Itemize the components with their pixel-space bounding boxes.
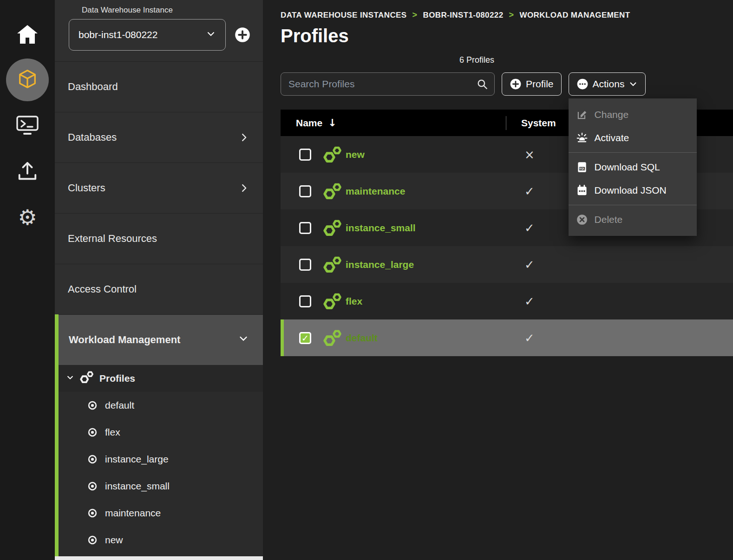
home-icon (16, 24, 39, 46)
sidebar-item-workload-management[interactable]: Workload Management (59, 314, 263, 365)
actions-button[interactable]: Actions (569, 72, 646, 96)
name-cell: flex (284, 293, 506, 310)
search-profiles-input[interactable] (281, 72, 495, 96)
upload-icon (17, 161, 38, 183)
instance-label: Data Warehouse Instance (82, 6, 251, 15)
toolbar: Profile Actions Change Activate (281, 72, 733, 96)
menu-item-download-sql[interactable]: SQL Download SQL (569, 156, 697, 179)
row-checkbox[interactable]: ✓ (299, 332, 311, 344)
sidebar-item-clusters[interactable]: Clusters (55, 163, 263, 213)
menu-divider (569, 152, 697, 153)
sidebar-item-label: Access Control (68, 283, 137, 295)
actions-label: Actions (593, 78, 625, 90)
home-button[interactable] (14, 23, 40, 47)
name-cell: instance_small (284, 220, 506, 236)
menu-item-download-json[interactable]: Download JSON (569, 179, 697, 202)
column-header-system[interactable]: System (506, 117, 556, 129)
row-checkbox[interactable] (299, 259, 311, 271)
table-row-flex[interactable]: flex ✓ (281, 283, 733, 319)
chevron-down-icon (238, 333, 249, 347)
sidebar-profiles-header[interactable]: Profiles (59, 365, 263, 392)
terminal-icon (16, 115, 39, 138)
menu-item-delete[interactable]: Delete (569, 208, 697, 231)
breadcrumb-separator: > (509, 10, 514, 20)
sidebar-profile-label: instance_large (105, 454, 169, 465)
name-cell: maintenance (284, 183, 506, 200)
breadcrumb-item[interactable]: BOBR-INST1-080222 (423, 11, 503, 20)
terminal-button[interactable] (14, 114, 40, 138)
settings-button[interactable]: ⚙ (14, 205, 40, 229)
instance-block: Data Warehouse Instance bobr-inst1-08022… (55, 0, 263, 61)
row-checkbox[interactable] (299, 295, 311, 307)
instance-value: bobr-inst1-080222 (79, 29, 157, 40)
sidebar-item-label: Dashboard (68, 81, 118, 93)
add-instance-button[interactable] (234, 26, 251, 43)
row-checkbox[interactable] (299, 222, 311, 234)
svg-text:SQL: SQL (579, 167, 585, 170)
chevron-down-icon (628, 79, 638, 89)
sidebar-item-label: Databases (68, 131, 117, 143)
actions-menu: Change Activate SQL Download SQL Downloa… (569, 98, 697, 236)
profile-hex-icon (323, 146, 342, 163)
activate-icon (576, 132, 588, 144)
sidebar-bottom-edge (55, 556, 263, 560)
instance-nav-button[interactable] (6, 59, 49, 101)
sidebar-profile-new[interactable]: new (59, 527, 263, 553)
profile-name: flex (346, 296, 362, 307)
profile-hex-icon (323, 330, 342, 346)
sidebar-profile-maintenance[interactable]: maintenance (59, 500, 263, 527)
menu-item-change[interactable]: Change (569, 103, 697, 126)
search-icon[interactable] (476, 78, 488, 92)
profile-hex-icon (323, 256, 342, 273)
delete-icon (576, 214, 588, 226)
system-cell: ✓ (506, 294, 535, 308)
system-cell: ✓ (506, 331, 535, 345)
profile-hex-icon (323, 293, 342, 310)
column-header-name[interactable]: Name ↓ (281, 117, 506, 129)
sql-file-icon: SQL (576, 161, 588, 173)
instance-select[interactable]: bobr-inst1-080222 (69, 19, 226, 51)
menu-item-label: Download JSON (595, 185, 667, 196)
sidebar-item-databases[interactable]: Databases (55, 112, 263, 163)
sidebar-profile-flex[interactable]: flex (59, 419, 263, 446)
profiles-header-label: Profiles (99, 373, 135, 384)
sidebar-profile-label: instance_small (105, 481, 170, 492)
breadcrumb-item[interactable]: DATA WAREHOUSE INSTANCES (281, 11, 407, 20)
row-checkbox[interactable] (299, 185, 311, 197)
add-profile-button[interactable]: Profile (502, 72, 562, 96)
profile-hex-icon (323, 183, 342, 200)
sidebar-profile-instance-large[interactable]: instance_large (59, 446, 263, 473)
table-row-instance-large[interactable]: instance_large ✓ (281, 246, 733, 283)
sidebar-profile-default[interactable]: default (59, 392, 263, 419)
main-content: DATA WAREHOUSE INSTANCES>BOBR-INST1-0802… (263, 0, 733, 560)
profile-hex-icon (323, 220, 342, 236)
ellipsis-circle-icon (576, 78, 589, 90)
profiles-count: 6 Profiles (281, 55, 673, 65)
profiles-tree: default flex instance_large instance_sma… (59, 392, 263, 553)
system-cell: × (506, 148, 535, 162)
sidebar-profile-label: maintenance (105, 508, 161, 519)
profile-name: maintenance (346, 186, 405, 197)
profile-name: new (346, 149, 365, 160)
sidebar-item-access-control[interactable]: Access Control (55, 264, 263, 314)
menu-item-label: Change (595, 109, 629, 120)
menu-item-label: Activate (595, 132, 629, 143)
sort-descending-icon[interactable]: ↓ (328, 117, 336, 129)
sidebar-item-dashboard[interactable]: Dashboard (55, 61, 263, 112)
menu-item-label: Delete (595, 214, 623, 225)
json-file-icon (576, 184, 588, 196)
profile-bullet-icon (87, 454, 98, 464)
table-row-default[interactable]: ✓ default ✓ (281, 319, 733, 356)
menu-item-activate[interactable]: Activate (569, 126, 697, 150)
row-checkbox[interactable] (299, 149, 311, 161)
sidebar-item-label: Clusters (68, 182, 105, 194)
system-cell: ✓ (506, 184, 535, 198)
chevron-down-icon (206, 29, 216, 41)
breadcrumb-item[interactable]: WORKLOAD MANAGEMENT (519, 11, 630, 20)
sidebar-profile-instance-small[interactable]: instance_small (59, 473, 263, 500)
upload-button[interactable] (14, 160, 40, 184)
sidebar-item-external-resources[interactable]: External Resources (55, 213, 263, 264)
profile-bullet-icon (87, 427, 98, 437)
name-cell: new (284, 146, 506, 163)
profile-name: instance_large (346, 259, 414, 270)
